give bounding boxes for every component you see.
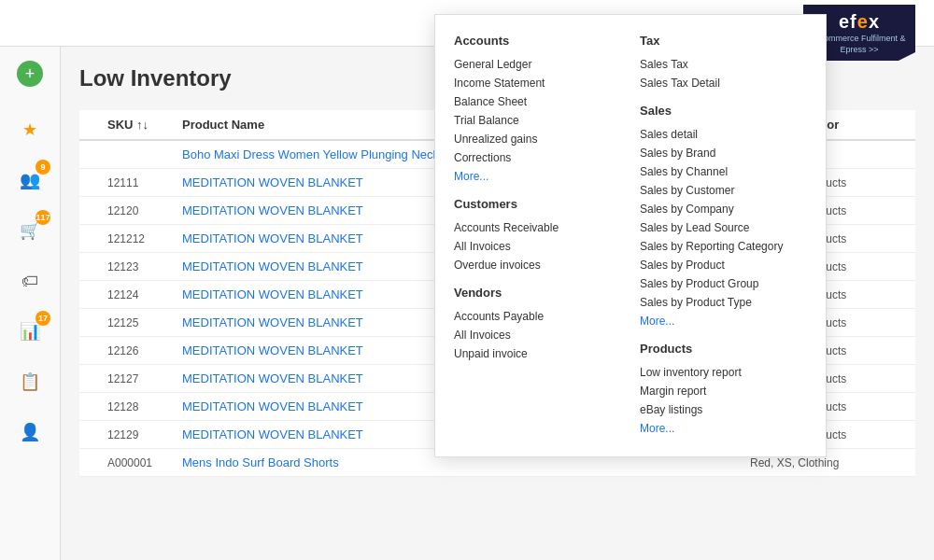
- dropdown-right-col: Tax Sales Tax Sales Tax Detail Sales Sal…: [640, 34, 807, 438]
- users-badge: 9: [35, 160, 50, 175]
- add-button[interactable]: +: [17, 61, 43, 87]
- row-checkbox: [79, 309, 98, 337]
- users-icon[interactable]: 👥 9: [13, 163, 47, 197]
- row-checkbox: [79, 281, 98, 309]
- row-sku: 12120: [98, 197, 173, 225]
- chart-badge: 17: [35, 311, 50, 326]
- sales-by-channel-item[interactable]: Sales by Channel: [640, 162, 807, 181]
- tax-title: Tax: [640, 34, 807, 48]
- products-title: Products: [640, 342, 807, 356]
- cart-badge: 117: [35, 210, 50, 225]
- tag-icon[interactable]: 🏷: [13, 264, 47, 298]
- accounts-more[interactable]: More...: [454, 167, 621, 186]
- product-name-link[interactable]: MEDITATION WOVEN BLANKET: [182, 287, 363, 301]
- row-checkbox: [79, 365, 98, 393]
- row-sku: 12127: [98, 365, 173, 393]
- accounts-receivable-item[interactable]: Accounts Receivable: [454, 218, 621, 237]
- cart-icon[interactable]: 🛒 117: [13, 214, 47, 247]
- sales-by-product-group-item[interactable]: Sales by Product Group: [640, 274, 807, 293]
- main-content: efex eCommerce Fulfilment & Epress >> + …: [0, 0, 934, 560]
- sales-by-product-type-item[interactable]: Sales by Product Type: [640, 293, 807, 312]
- row-sku: 121212: [98, 225, 173, 253]
- product-name-link[interactable]: MEDITATION WOVEN BLANKET: [182, 231, 363, 245]
- balance-sheet-item[interactable]: Balance Sheet: [454, 92, 621, 111]
- product-name-link[interactable]: MEDITATION WOVEN BLANKET: [182, 315, 363, 329]
- row-sku: [98, 140, 173, 169]
- unpaid-invoice-item[interactable]: Unpaid invoice: [454, 344, 621, 363]
- product-name-link[interactable]: MEDITATION WOVEN BLANKET: [182, 259, 363, 273]
- product-name-link[interactable]: MEDITATION WOVEN BLANKET: [182, 427, 363, 441]
- row-sku: 12125: [98, 309, 173, 337]
- all-invoices-vendors-item[interactable]: All Invoices: [454, 326, 621, 344]
- overdue-invoices-item[interactable]: Overdue invoices: [454, 256, 621, 274]
- accounts-title: Accounts: [454, 34, 621, 48]
- sales-by-reporting-category-item[interactable]: Sales by Reporting Category: [640, 237, 807, 256]
- row-sku: 12124: [98, 281, 173, 309]
- margin-report-item[interactable]: Margin report: [640, 382, 807, 400]
- low-inventory-report-item[interactable]: Low inventory report: [640, 363, 807, 382]
- ebay-listings-item[interactable]: eBay listings: [640, 400, 807, 419]
- sales-by-customer-item[interactable]: Sales by Customer: [640, 181, 807, 200]
- sales-by-product-item[interactable]: Sales by Product: [640, 256, 807, 274]
- sales-title: Sales: [640, 104, 807, 118]
- corrections-item[interactable]: Corrections: [454, 148, 621, 167]
- product-name-link[interactable]: MEDITATION WOVEN BLANKET: [182, 343, 363, 357]
- row-sku: 12129: [98, 421, 173, 449]
- product-name-link[interactable]: MEDITATION WOVEN BLANKET: [182, 399, 363, 413]
- row-checkbox: [79, 449, 98, 477]
- accounts-payable-item[interactable]: Accounts Payable: [454, 307, 621, 326]
- sales-by-brand-item[interactable]: Sales by Brand: [640, 144, 807, 162]
- sidebar: + ★ 👥 9 🛒 117 🏷 📊 17 📋 👤: [0, 47, 61, 560]
- sales-more[interactable]: More...: [640, 312, 807, 330]
- dropdown-menu: Accounts General Ledger Income Statement…: [434, 14, 827, 457]
- product-name-link[interactable]: Mens Indo Surf Board Shorts: [182, 455, 339, 469]
- row-checkbox: [79, 140, 98, 169]
- person-icon[interactable]: 👤: [13, 415, 47, 449]
- all-invoices-customers-item[interactable]: All Invoices: [454, 237, 621, 256]
- row-checkbox: [79, 393, 98, 421]
- row-sku: 12126: [98, 337, 173, 365]
- row-checkbox: [79, 421, 98, 449]
- row-checkbox: [79, 253, 98, 281]
- sales-tax-detail-item[interactable]: Sales Tax Detail: [640, 74, 807, 92]
- row-checkbox: [79, 225, 98, 253]
- trial-balance-item[interactable]: Trial Balance: [454, 111, 621, 130]
- col-checkbox: [79, 110, 98, 140]
- row-sku: 12123: [98, 253, 173, 281]
- chart-icon[interactable]: 📊 17: [13, 315, 47, 348]
- sales-detail-item[interactable]: Sales detail: [640, 125, 807, 144]
- star-icon[interactable]: ★: [13, 113, 47, 147]
- product-name-link[interactable]: MEDITATION WOVEN BLANKET: [182, 371, 363, 385]
- row-checkbox: [79, 337, 98, 365]
- products-more[interactable]: More...: [640, 419, 807, 438]
- general-ledger-item[interactable]: General Ledger: [454, 55, 621, 74]
- product-name-link[interactable]: MEDITATION WOVEN BLANKET: [182, 203, 363, 217]
- product-name-link[interactable]: MEDITATION WOVEN BLANKET: [182, 175, 363, 189]
- unrealized-gains-item[interactable]: Unrealized gains: [454, 130, 621, 148]
- vendors-title: Vendors: [454, 286, 621, 300]
- dropdown-left-col: Accounts General Ledger Income Statement…: [454, 34, 621, 438]
- row-checkbox: [79, 197, 98, 225]
- income-statement-item[interactable]: Income Statement: [454, 74, 621, 92]
- row-sku: 12111: [98, 169, 173, 197]
- row-sku: A000001: [98, 449, 173, 477]
- customers-title: Customers: [454, 197, 621, 211]
- sales-by-lead-source-item[interactable]: Sales by Lead Source: [640, 218, 807, 237]
- row-sku: 12128: [98, 393, 173, 421]
- sales-tax-item[interactable]: Sales Tax: [640, 55, 807, 74]
- col-sku[interactable]: SKU ↑↓: [98, 110, 173, 140]
- sales-by-company-item[interactable]: Sales by Company: [640, 200, 807, 218]
- copy-icon[interactable]: 📋: [13, 365, 47, 399]
- row-checkbox: [79, 169, 98, 197]
